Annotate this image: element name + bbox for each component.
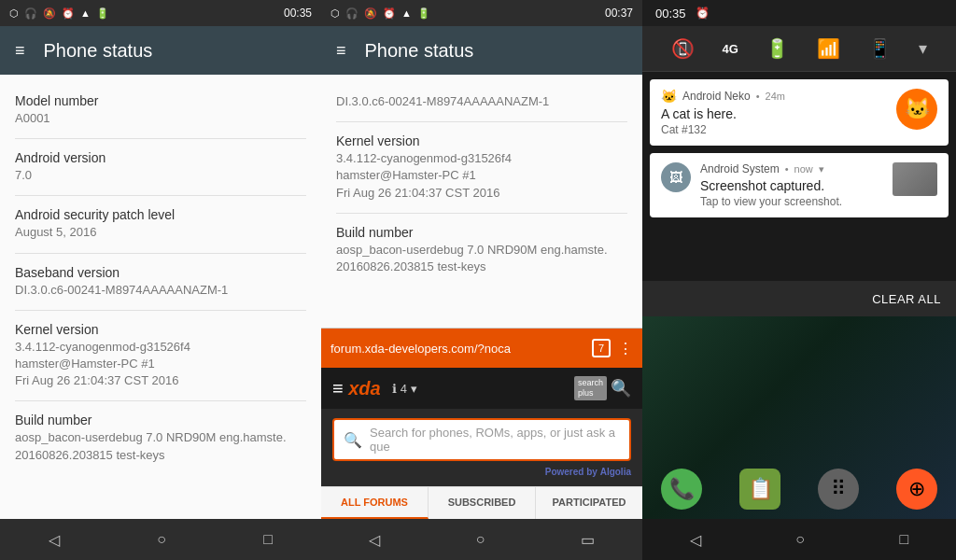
neko-app-name: Android Neko	[682, 90, 751, 103]
search-input-placeholder: Search for phones, ROMs, apps, or just a…	[370, 426, 620, 454]
xda-logo: ≡ xda	[332, 378, 381, 399]
neko-time-value: 24m	[766, 91, 785, 102]
page-dots	[642, 500, 956, 506]
tab-count-badge[interactable]: 7	[592, 339, 611, 357]
charge-icon: ⏰	[62, 7, 75, 20]
model-number-label: Model number	[15, 93, 306, 108]
bluetooth-icon: ⬡	[9, 7, 19, 20]
baseband-version-value: DI.3.0.c6-00241-M8974AAAAANAZM-1	[15, 282, 306, 299]
system-notif-text: Tap to view your screenshot.	[700, 195, 883, 208]
status-icons-left: ⬡ 🎧 🔕 ⏰ ▲ 🔋	[9, 7, 109, 20]
page-title-left: Phone status	[44, 40, 153, 62]
notif-neko-app-row: 🐱 Android Neko • 24m	[661, 89, 887, 104]
nav-bar-right: ◁ ○ □	[642, 519, 956, 560]
status-time-middle: 00:37	[605, 7, 633, 20]
headset-icon: 🎧	[24, 7, 37, 20]
build-number-item-m: Build number aosp_bacon-userdebug 7.0 NR…	[321, 214, 642, 287]
xda-search-icon[interactable]: 🔍	[611, 378, 631, 399]
system-app-name: Android System	[700, 162, 780, 175]
back-button-middle[interactable]: ◁	[369, 531, 380, 549]
build-number-item: Build number aosp_bacon-userdebug 7.0 NR…	[0, 401, 321, 474]
search-icon-xda: 🔍	[344, 431, 362, 449]
status-time: 00:35	[284, 7, 312, 20]
kernel-version-value-m: 3.4.112-cyanogenmod-g31526f4 hamster@Ham…	[336, 150, 627, 202]
chevron-down-icon[interactable]: ▾	[919, 38, 927, 59]
battery-qs-icon[interactable]: 🔋	[766, 37, 789, 60]
battery-icon-m: 🔋	[417, 7, 430, 20]
baseband-version-label: Baseband version	[15, 265, 306, 280]
quick-settings-bar: 📵 4G 🔋 📶 📱 ▾	[642, 26, 956, 72]
browser-menu-icon[interactable]: ⋮	[618, 340, 633, 357]
volume-icon-m: 🔕	[364, 7, 377, 20]
forum-tabs: ALL FORUMS SUBSCRIBED PARTICIPATED	[321, 486, 642, 519]
status-bar-middle: ⬡ 🎧 🔕 ⏰ ▲ 🔋 00:37	[321, 0, 642, 26]
toolbar-left: ≡ Phone status	[0, 26, 321, 75]
tab-subscribed[interactable]: SUBSCRIBED	[429, 487, 536, 519]
android-version-value: 7.0	[15, 167, 306, 184]
android-version-label: Android version	[15, 150, 306, 165]
wifi-off-icon[interactable]: 📵	[671, 37, 695, 60]
tab-participated[interactable]: PARTICIPATED	[536, 487, 642, 519]
xda-browser-overlay: forum.xda-developers.com/?noca 7 ⋮ ≡ xda…	[321, 328, 642, 519]
notif-time: 00:35	[655, 7, 686, 21]
panel-phone-status-left: ⬡ 🎧 🔕 ⏰ ▲ 🔋 00:35 ≡ Phone status Model n…	[0, 0, 321, 560]
security-patch-label: Android security patch level	[15, 207, 306, 222]
system-time-value: now	[794, 163, 813, 175]
build-number-label-m: Build number	[336, 225, 627, 240]
system-notif-dot: •	[785, 163, 789, 175]
recent-button-middle[interactable]: ▭	[581, 531, 595, 549]
nav-bar-middle: ◁ ○ ▭	[321, 519, 642, 560]
xda-notif-count[interactable]: ℹ 4 ▾	[392, 382, 417, 396]
notif-status-bar: 00:35 ⏰	[642, 0, 956, 26]
notifications-area: 🐱 Android Neko • 24m A cat is here. Cat …	[642, 72, 956, 281]
kernel-version-item-m: Kernel version 3.4.112-cyanogenmod-g3152…	[321, 122, 642, 213]
notification-android-neko[interactable]: 🐱 Android Neko • 24m A cat is here. Cat …	[650, 79, 949, 146]
home-screen-wallpaper: 📞 📋 ⠿ ⊕	[642, 316, 956, 520]
cat-avatar: 🐱	[896, 89, 937, 130]
search-input-row[interactable]: 🔍 Search for phones, ROMs, apps, or just…	[332, 418, 631, 461]
algolia-label: Algolia	[600, 467, 631, 477]
hamburger-menu-middle[interactable]: ≡	[336, 41, 346, 61]
xda-search-area: 🔍 Search for phones, ROMs, apps, or just…	[321, 409, 642, 486]
notification-android-system[interactable]: 🖼 Android System • now ▾ Screenshot capt…	[650, 153, 949, 217]
home-button-right[interactable]: ○	[795, 531, 805, 548]
recent-button-left[interactable]: □	[263, 531, 273, 548]
toolbar-middle: ≡ Phone status	[321, 26, 642, 75]
hamburger-menu-left[interactable]: ≡	[15, 41, 25, 61]
baseband-version-item: Baseband version DI.3.0.c6-00241-M8974AA…	[0, 254, 321, 310]
notif-chevron: ▾	[411, 382, 417, 396]
kernel-version-value: 3.4.112-cyanogenmod-g31526f4 hamster@Ham…	[15, 339, 306, 390]
kernel-version-label-m: Kernel version	[336, 133, 627, 148]
system-dropdown-icon[interactable]: ▾	[819, 163, 824, 175]
page-title-middle: Phone status	[365, 40, 474, 62]
signal-off-icon[interactable]: 📶	[817, 37, 840, 60]
clear-all-bar: CLEAR ALL	[642, 281, 956, 316]
content-left: Model number A0001 Android version 7.0 A…	[0, 75, 321, 519]
4g-icon[interactable]: 4G	[722, 42, 738, 56]
model-number-value: A0001	[15, 110, 306, 127]
back-button-right[interactable]: ◁	[690, 531, 701, 549]
security-patch-value: August 5, 2016	[15, 224, 306, 241]
kernel-version-item: Kernel version 3.4.112-cyanogenmod-g3152…	[0, 311, 321, 401]
browser-url-text[interactable]: forum.xda-developers.com/?noca	[330, 342, 584, 356]
notif-system-app-row: Android System • now ▾	[700, 162, 883, 175]
home-button-left[interactable]: ○	[157, 531, 166, 548]
signal-icon: ▲	[80, 7, 91, 19]
phone-portrait-icon[interactable]: 📱	[868, 37, 892, 60]
xda-nav-bar: ≡ xda ℹ 4 ▾ searchplus 🔍	[321, 368, 642, 409]
status-bar-left: ⬡ 🎧 🔕 ⏰ ▲ 🔋 00:35	[0, 0, 321, 26]
clear-all-button[interactable]: CLEAR ALL	[872, 292, 941, 306]
system-notif-title: Screenshot captured.	[700, 178, 883, 193]
build-number-label: Build number	[15, 413, 306, 427]
model-number-item: Model number A0001	[0, 82, 321, 138]
recent-button-right[interactable]: □	[900, 531, 909, 548]
screenshot-thumbnail	[893, 162, 937, 196]
back-button-left[interactable]: ◁	[49, 531, 60, 549]
home-button-middle[interactable]: ○	[476, 531, 485, 548]
tab-all-forums[interactable]: ALL FORUMS	[321, 487, 429, 519]
notif-number: 4	[401, 382, 407, 396]
nav-bar-left: ◁ ○ □	[0, 519, 321, 560]
neko-notif-time: •	[756, 91, 760, 102]
neko-notif-title: A cat is here.	[661, 106, 887, 121]
xda-search-plus-button[interactable]: searchplus 🔍	[574, 376, 631, 400]
